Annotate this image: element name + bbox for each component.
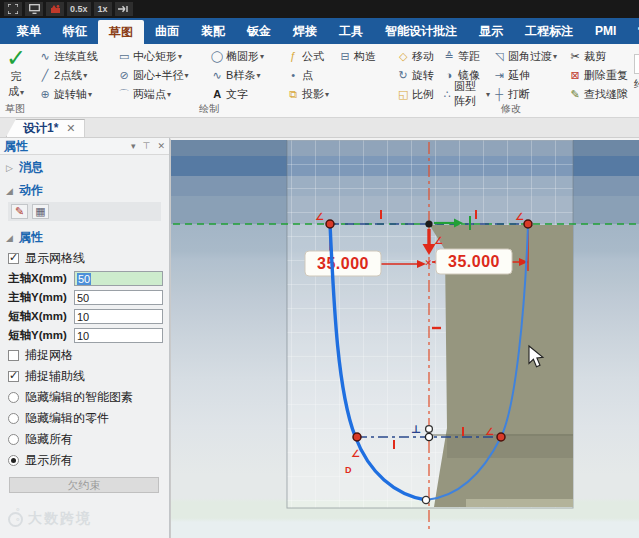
close-icon[interactable]: ✕	[157, 141, 165, 151]
polyline-icon: ∿	[38, 50, 52, 63]
menu-item-sketch[interactable]: 草图	[98, 20, 144, 44]
tool-remove-duplicates[interactable]: ⊠删除重复	[566, 68, 630, 83]
tool-fillet[interactable]: ◹圆角过渡▾	[490, 49, 566, 64]
dimension-label-right[interactable]: 35.000	[436, 249, 512, 274]
menu-item-welding[interactable]: 焊接	[282, 18, 328, 44]
svg-text:∠: ∠	[515, 211, 524, 222]
menu-item-pmi[interactable]: PMI	[584, 18, 627, 44]
menu-item-engineering-annotation[interactable]: 工程标注	[514, 18, 584, 44]
chevron-down-icon: ▾	[20, 88, 24, 97]
checkbox-snap-grid[interactable]: 捕捉网格	[0, 345, 169, 366]
finish-button[interactable]: ✓ 完成▾ 草图	[0, 44, 30, 117]
tool-formula[interactable]: ƒ公式	[284, 49, 336, 64]
menu-item-tools[interactable]: 工具	[328, 18, 374, 44]
svg-text:∠: ∠	[485, 426, 494, 437]
construction-icon: ⊟	[338, 50, 352, 63]
tool-projection[interactable]: ⧉投影▾	[284, 87, 336, 102]
zoom-half-button[interactable]: 0.5x	[67, 2, 91, 16]
radio-icon	[8, 413, 19, 424]
tool-rotation-axis[interactable]: ⊕旋转轴▾	[36, 87, 115, 102]
svg-text:D: D	[345, 465, 352, 475]
menu-item-sheetmetal[interactable]: 钣金	[236, 18, 282, 44]
tool-two-endpoints[interactable]: ⌒两端点▾	[115, 87, 208, 102]
menu-item-smart-annotation[interactable]: 智能设计批注	[374, 18, 468, 44]
tool-scale[interactable]: ◱比例	[394, 87, 440, 102]
menu-item-common[interactable]: 常用	[627, 18, 639, 44]
menu-item-feature[interactable]: 特征	[52, 18, 98, 44]
section-properties[interactable]: ◢属性	[0, 225, 169, 248]
underconstrained-button[interactable]: 欠约束	[9, 477, 159, 493]
tool-continuous-line[interactable]: ∿连续直线▾	[36, 49, 115, 64]
major-axis-x-input[interactable]: 50	[74, 271, 163, 286]
tool-break[interactable]: ┼打断	[490, 87, 566, 102]
modify-group: ◇移动 ≙等距 ◹圆角过渡▾ ✂裁剪 ↻旋转 ◑镜像 ⇥延伸 ⊠删除重复 ◱比例…	[388, 44, 634, 117]
pin-icon[interactable]: ⊤	[143, 141, 151, 151]
panel-title: 属性	[4, 138, 131, 155]
remove-duplicates-icon: ⊠	[568, 69, 582, 82]
menu-item-assembly[interactable]: 装配	[190, 18, 236, 44]
tool-point[interactable]: •点	[284, 68, 336, 83]
tool-text[interactable]: A文字	[208, 87, 284, 102]
checkbox-icon	[8, 371, 19, 382]
checkbox-snap-guides[interactable]: 捕捉辅助线	[0, 366, 169, 387]
sketch-svg: ✕ 35.000	[171, 140, 639, 538]
projection-icon: ⧉	[286, 88, 300, 101]
constraint-icon: ⟋	[634, 54, 639, 74]
watermark: 大数跨境	[8, 510, 92, 528]
find-gaps-icon: ✎	[568, 88, 582, 101]
table-icon[interactable]: ▦	[32, 204, 49, 219]
tool-find-gaps[interactable]: ✎查找缝隙	[566, 87, 630, 102]
offset-icon: ≙	[442, 50, 456, 63]
tool-bspline[interactable]: ∿B样条▾	[208, 68, 284, 83]
minor-axis-x-input[interactable]: 10	[74, 309, 163, 324]
circle-icon: ⊘	[117, 69, 131, 82]
dimension-label-left[interactable]: 35.000	[305, 251, 381, 276]
minor-axis-y-input[interactable]: 10	[74, 328, 163, 343]
radio-hide-parts[interactable]: 隐藏编辑的零件	[0, 408, 169, 429]
group-label-sketch: 草图	[0, 102, 30, 116]
radio-hide-all[interactable]: 隐藏所有	[0, 429, 169, 450]
tool-circle-center-radius[interactable]: ⊘圆心+半径▾	[115, 68, 208, 83]
constraint-button[interactable]: ⟋ 约束 ▾	[634, 44, 639, 117]
tool-trim[interactable]: ✂裁剪	[566, 49, 630, 64]
sketch-canvas[interactable]: ✕ 35.000	[170, 138, 639, 538]
section-message[interactable]: ▷消息	[0, 155, 169, 178]
tool-center-rect[interactable]: ▭中心矩形▾	[115, 49, 208, 64]
tool-2point-line[interactable]: ╱2点线▾	[36, 68, 115, 83]
tool-move[interactable]: ◇移动	[394, 49, 440, 64]
pattern-icon: ∴	[442, 88, 452, 101]
fullscreen-icon[interactable]	[4, 2, 22, 16]
radio-show-all[interactable]: 显示所有	[0, 450, 169, 471]
properties-panel: 属性 ▾ ⊤ ✕ ▷消息 ◢动作 ✎ ▦ ◢属性 显示网格线 主轴X(mm) 5	[0, 138, 170, 538]
tool-rotate[interactable]: ↻旋转	[394, 68, 440, 83]
checkbox-icon	[8, 350, 19, 361]
arc-icon: ⌒	[117, 87, 131, 102]
edit-sketch-icon[interactable]: ✎	[11, 204, 28, 219]
tool-extend[interactable]: ⇥延伸	[490, 68, 566, 83]
section-action[interactable]: ◢动作	[0, 178, 169, 201]
scale-icon: ◱	[396, 88, 410, 101]
field-minor-axis-y: 短轴Y(mm) 10	[0, 326, 169, 345]
tool-ellipse[interactable]: ◯椭圆形▾	[208, 49, 284, 64]
collapse-icon: ◢	[6, 186, 14, 196]
menu-item-menu[interactable]: 菜单	[6, 18, 52, 44]
rectangle-icon: ▭	[117, 50, 131, 63]
close-icon[interactable]: ✕	[66, 122, 75, 135]
record-icon[interactable]	[46, 2, 64, 16]
collapse-icon: ◢	[6, 233, 14, 243]
fillet-icon: ◹	[492, 50, 506, 63]
field-major-axis-x: 主轴X(mm) 50	[0, 269, 169, 288]
menu-item-display[interactable]: 显示	[468, 18, 514, 44]
perpendicular-glyph: ⊥	[411, 423, 421, 435]
checkbox-show-gridlines[interactable]: 显示网格线	[0, 248, 169, 269]
menu-item-surface[interactable]: 曲面	[144, 18, 190, 44]
document-tab[interactable]: 设计1* ✕	[6, 119, 85, 137]
arrow-icon[interactable]	[115, 2, 133, 16]
tool-offset[interactable]: ≙等距	[440, 49, 490, 64]
zoom-1x-button[interactable]: 1x	[94, 2, 112, 16]
major-axis-y-input[interactable]: 50	[74, 290, 163, 305]
monitor-icon[interactable]	[25, 2, 43, 16]
radio-hide-smart-elements[interactable]: 隐藏编辑的智能图素	[0, 387, 169, 408]
tool-construction[interactable]: ⊟构造	[336, 49, 384, 64]
chevron-down-icon[interactable]: ▾	[131, 141, 136, 151]
